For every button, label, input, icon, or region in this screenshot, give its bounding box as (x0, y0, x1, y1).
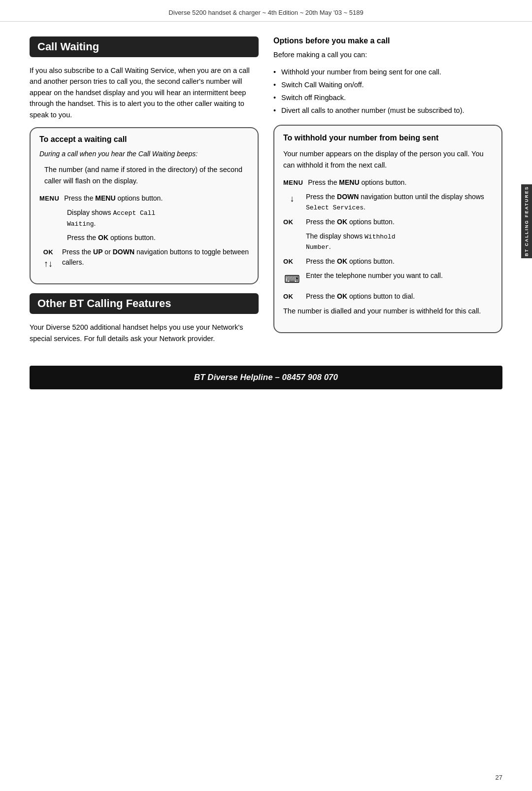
accept-ok-spacer (44, 233, 62, 233)
options-intro: Before making a call you can: (273, 49, 502, 60)
left-column: Call Waiting If you also subscribe to a … (30, 36, 259, 351)
withhold-down-row: ↓ Press the DOWN navigation button until… (283, 192, 493, 213)
withhold-display-row: The display shows WithholdNumber. (283, 231, 493, 252)
accept-display-text: Display shows Accept CallWaiting. (67, 207, 249, 229)
call-waiting-heading: Call Waiting (30, 36, 259, 57)
accept-ok-press-row: Press the OK options button. (39, 233, 249, 243)
down-arrow-icon: ↓ (283, 192, 301, 206)
accept-menu-text: Press the MENU options button. (64, 193, 249, 204)
withhold-keypad-text: Enter the telephone number you want to c… (306, 271, 493, 281)
bullet-item: Switch off Ringback. (273, 93, 502, 103)
accept-ok-press-text: Press the OK options button. (67, 233, 249, 243)
options-section: Options before you make a call Before ma… (273, 36, 502, 116)
withhold-ok2-text: Press the OK options button. (306, 256, 493, 267)
bullet-item: Withhold your number from being sent for… (273, 67, 502, 78)
withhold-ok3-row: OK Press the OK options button to dial. (283, 291, 493, 302)
withhold-box-title: To withhold your number from being sent (283, 133, 493, 143)
accept-ok-updown-row: OK ↑↓ Press the UP or DOWN navigation bu… (39, 247, 249, 271)
page-wrapper: Diverse 5200 handset & charger ~ 4th Edi… (0, 0, 532, 791)
options-bullet-list: Withhold your number from being sent for… (273, 67, 502, 116)
page-header: Diverse 5200 handset & charger ~ 4th Edi… (0, 0, 532, 22)
bottom-bar: BT Diverse Helpline – 08457 908 070 (30, 366, 502, 389)
bullet-item: Switch Call Waiting on/off. (273, 80, 502, 91)
withhold-display-text: The display shows WithholdNumber. (306, 231, 493, 252)
menu-label: MENU (39, 193, 59, 204)
withhold-ok3-text: Press the OK options button to dial. (306, 291, 493, 302)
accept-box-title: To accept a waiting call (39, 135, 249, 144)
accept-display-spacer (44, 207, 62, 208)
withhold-menu-row: MENU Press the MENU options button. (283, 177, 493, 188)
up-down-arrows: ↑↓ (44, 259, 53, 269)
withhold-menu-label: MENU (283, 177, 303, 188)
withhold-menu-text: Press the MENU options button. (308, 177, 493, 188)
accept-updown-text: Press the UP or DOWN navigation buttons … (62, 247, 249, 268)
accept-menu-row: MENU Press the MENU options button. (39, 193, 249, 204)
call-waiting-body: If you also subscribe to a Call Waiting … (30, 65, 259, 120)
header-text: Diverse 5200 handset & charger ~ 4th Edi… (168, 9, 363, 16)
accept-waiting-call-box: To accept a waiting call During a call w… (30, 127, 259, 284)
ok-label: OK (43, 248, 54, 256)
page-number: 27 (496, 774, 502, 781)
accept-display-row: Display shows Accept CallWaiting. (39, 207, 249, 229)
withhold-display-spacer (283, 231, 301, 232)
withhold-down-text: Press the DOWN navigation button until t… (306, 192, 493, 213)
main-content: Call Waiting If you also subscribe to a … (0, 22, 532, 351)
options-heading: Options before you make a call (273, 36, 502, 45)
withhold-ok1-text: Press the OK options button. (306, 217, 493, 227)
withhold-ok1-label: OK (283, 217, 301, 227)
withhold-ok3-label: OK (283, 291, 301, 302)
withhold-keypad-row: ⌨ Enter the telephone number you want to… (283, 271, 493, 287)
withhold-intro: Your number appears on the display of th… (283, 148, 493, 171)
other-bt-heading: Other BT Calling Features (30, 293, 259, 314)
side-tab: BT CALLING FEATURES (521, 184, 532, 258)
withhold-ok1-row: OK Press the OK options button. (283, 217, 493, 227)
withhold-box: To withhold your number from being sent … (273, 125, 502, 333)
right-column: Options before you make a call Before ma… (273, 36, 502, 351)
withhold-final-text: The number is dialled and your number is… (283, 306, 493, 316)
keypad-icon: ⌨ (283, 271, 301, 287)
withhold-ok2-label: OK (283, 256, 301, 267)
bullet-item: Divert all calls to another number (must… (273, 105, 502, 116)
accept-step1: The number (and name if stored in the di… (44, 164, 249, 186)
accept-box-italic: During a call when you hear the Call Wai… (39, 149, 249, 159)
withhold-ok2-row: OK Press the OK options button. (283, 256, 493, 267)
other-bt-body: Your Diverse 5200 additional handset hel… (30, 322, 259, 344)
